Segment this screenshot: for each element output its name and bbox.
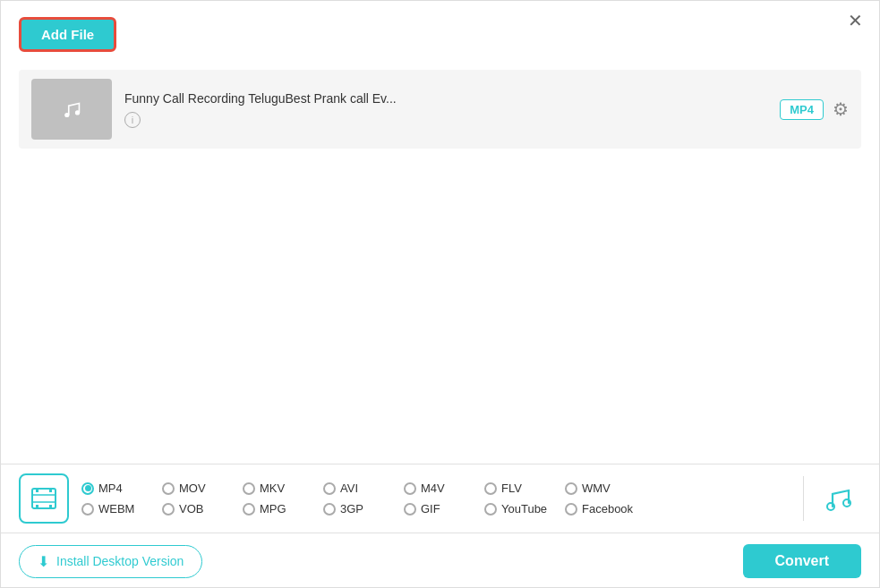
file-item: Funny Call Recording TeluguBest Prank ca… (19, 70, 861, 149)
format-option-gif[interactable]: GIF (404, 502, 484, 516)
convert-button[interactable]: Convert (743, 544, 861, 578)
format-option-mov[interactable]: MOV (162, 481, 243, 495)
format-label-gif: GIF (421, 502, 440, 516)
format-label-mkv: MKV (260, 481, 285, 495)
format-option-youtube[interactable]: YouTube (484, 502, 565, 516)
radio-mkv[interactable] (243, 482, 255, 495)
format-bar: MP4 MOV MKV AVI M4V FLV (1, 464, 879, 533)
svg-rect-6 (49, 505, 52, 508)
vertical-divider (803, 476, 804, 521)
format-option-m4v[interactable]: M4V (404, 481, 484, 495)
format-label-youtube: YouTube (501, 502, 547, 516)
format-badge[interactable]: MP4 (780, 99, 824, 120)
audio-format-icon-box[interactable] (816, 476, 861, 521)
format-option-facebook[interactable]: Facebook (565, 502, 637, 516)
format-option-mkv[interactable]: MKV (243, 481, 323, 495)
radio-facebook[interactable] (565, 503, 577, 516)
format-option-3gp[interactable]: 3GP (323, 502, 404, 516)
format-label-flv: FLV (501, 481, 522, 495)
format-label-avi: AVI (340, 481, 358, 495)
format-row-2: WEBM VOB MPG 3GP GIF YouTube (81, 502, 790, 516)
format-option-avi[interactable]: AVI (323, 481, 404, 495)
radio-avi[interactable] (323, 482, 336, 495)
format-label-mov: MOV (179, 481, 206, 495)
radio-wmv[interactable] (565, 482, 577, 495)
radio-mp4[interactable] (81, 482, 94, 495)
format-option-mp4[interactable]: MP4 (81, 481, 162, 495)
radio-flv[interactable] (484, 482, 497, 495)
format-label-vob: VOB (179, 502, 203, 516)
svg-point-0 (64, 113, 69, 117)
close-button[interactable]: ✕ (848, 12, 863, 30)
format-row-1: MP4 MOV MKV AVI M4V FLV (81, 481, 790, 495)
file-name: Funny Call Recording TeluguBest Prank ca… (124, 91, 767, 106)
top-area: Add File (1, 1, 879, 61)
radio-mov[interactable] (162, 482, 175, 495)
download-icon: ⬇ (38, 553, 49, 570)
format-label-webm: WEBM (98, 502, 134, 516)
radio-gif[interactable] (404, 503, 416, 516)
format-option-wmv[interactable]: WMV (565, 481, 637, 495)
format-option-flv[interactable]: FLV (484, 481, 565, 495)
format-label-3gp: 3GP (340, 502, 363, 516)
radio-m4v[interactable] (404, 482, 416, 495)
info-icon[interactable]: i (124, 112, 141, 128)
radio-mpg[interactable] (243, 503, 255, 516)
radio-3gp[interactable] (323, 503, 336, 516)
format-label-wmv: WMV (582, 481, 611, 495)
svg-rect-4 (36, 505, 38, 508)
radio-vob[interactable] (162, 503, 175, 516)
music-note-icon (60, 98, 83, 121)
svg-rect-2 (32, 489, 56, 508)
svg-rect-5 (49, 489, 52, 492)
radio-webm[interactable] (81, 503, 94, 516)
format-label-mp4: MP4 (98, 481, 123, 495)
file-info: Funny Call Recording TeluguBest Prank ca… (124, 91, 767, 128)
svg-point-1 (75, 110, 80, 115)
file-thumbnail (31, 79, 112, 140)
gear-icon[interactable]: ⚙ (833, 98, 849, 120)
format-option-vob[interactable]: VOB (162, 502, 243, 516)
film-icon (30, 485, 57, 512)
radio-youtube[interactable] (484, 503, 497, 516)
audio-note-icon (825, 485, 852, 512)
svg-rect-3 (36, 489, 38, 492)
format-option-webm[interactable]: WEBM (81, 502, 162, 516)
install-label: Install Desktop Version (56, 554, 184, 568)
format-label-m4v: M4V (421, 481, 445, 495)
format-options: MP4 MOV MKV AVI M4V FLV (81, 481, 790, 516)
add-file-button[interactable]: Add File (19, 17, 116, 52)
format-option-mpg[interactable]: MPG (243, 502, 323, 516)
format-label-facebook: Facebook (582, 502, 633, 516)
footer: ⬇ Install Desktop Version Convert (1, 535, 879, 587)
file-actions: MP4 ⚙ (780, 98, 849, 120)
install-desktop-button[interactable]: ⬇ Install Desktop Version (19, 545, 202, 578)
file-list: Funny Call Recording TeluguBest Prank ca… (19, 70, 861, 149)
format-label-mpg: MPG (260, 502, 286, 516)
video-format-icon-box[interactable] (19, 473, 69, 524)
